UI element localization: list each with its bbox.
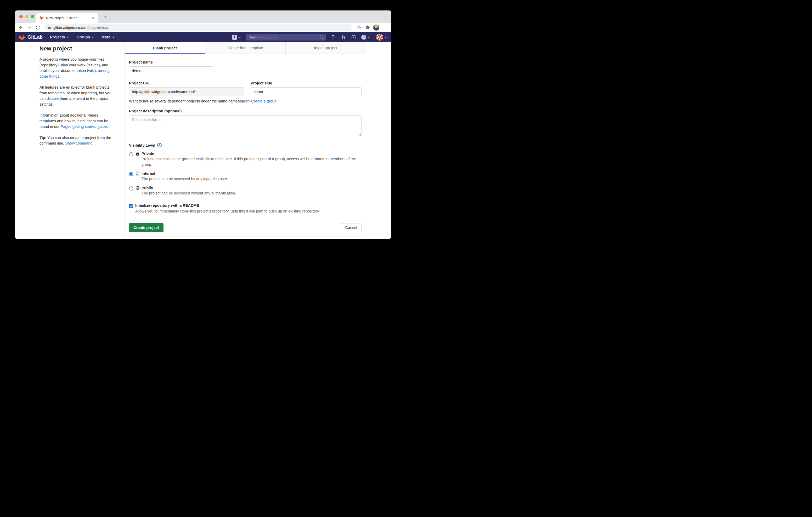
back-button[interactable] (17, 24, 25, 31)
browser-tab[interactable]: New Project · GitLab ✕ (36, 13, 98, 23)
nav-menu-groups[interactable]: Groups (77, 35, 94, 39)
new-project-card: Blank project Create from template Impor… (124, 42, 366, 237)
url-text: gitlab.widgetcorp.tech/projects/new (53, 26, 108, 30)
option-body: Public The project can be accessed witho… (136, 186, 236, 196)
url-path: /projects/new (88, 26, 109, 30)
close-window-button[interactable] (19, 15, 23, 18)
visibility-level-label: Visibility Level (129, 143, 155, 147)
visibility-help-icon[interactable]: ? (157, 143, 162, 147)
sidebar-tip: Tip: You can also create a project from … (39, 135, 113, 146)
lock-icon (136, 152, 140, 156)
project-description-label: Project description (optional) (129, 109, 361, 113)
help-menu[interactable]: ? (361, 35, 370, 40)
search-input[interactable] (249, 35, 319, 39)
visibility-option-private[interactable]: Private Project access must be granted e… (129, 152, 361, 167)
extensions-button[interactable] (364, 24, 371, 31)
readme-checkbox[interactable] (129, 204, 133, 208)
minimize-window-button[interactable] (25, 15, 29, 18)
page-content: New project A project is where you house… (14, 42, 392, 239)
paragraph-text: . (107, 124, 108, 129)
back-arrow-icon (18, 25, 24, 30)
sidebar-paragraph: All features are enabled for blank proje… (39, 85, 113, 107)
visibility-option-internal[interactable]: Internal The project can be accessed by … (129, 172, 361, 182)
gitlab-wordmark: GitLab (27, 34, 42, 40)
kebab-menu-icon (383, 25, 387, 30)
option-body: Internal The project can be accessed by … (136, 172, 228, 182)
tab-create-from-template[interactable]: Create from template (205, 42, 285, 54)
gitlab-home-link[interactable]: GitLab (19, 34, 42, 40)
visibility-level-header: Visibility Level ? (129, 143, 361, 147)
zoom-window-button[interactable] (31, 15, 34, 18)
create-a-group-link[interactable]: Create a group. (251, 99, 278, 103)
chevron-down-icon (92, 36, 94, 38)
puzzle-icon (365, 25, 370, 30)
user-menu[interactable] (376, 34, 387, 40)
project-slug-input[interactable] (251, 87, 361, 96)
chevron-down-icon (66, 36, 69, 38)
todos-icon[interactable] (351, 35, 356, 39)
tab-close-icon[interactable]: ✕ (92, 16, 95, 20)
project-slug-label: Project slug (251, 81, 361, 85)
project-name-input[interactable] (129, 66, 213, 75)
project-type-tabs: Blank project Create from template Impor… (125, 42, 366, 54)
global-search[interactable] (246, 34, 326, 40)
browser-tabstrip: New Project · GitLab ✕ + (14, 10, 392, 23)
paragraph-text: . (59, 74, 60, 79)
navbar-menus: Projects Groups More (50, 35, 115, 39)
option-description: Project access must be granted explicitl… (142, 156, 361, 167)
navbar-icon-group: ? (331, 34, 387, 40)
option-body: Private Project access must be granted e… (136, 152, 361, 167)
address-bar[interactable]: gitlab.widgetcorp.tech/projects/new (45, 24, 352, 31)
internal-radio[interactable] (129, 172, 133, 176)
browser-window: New Project · GitLab ✕ + gitlab.widgetco… (14, 10, 392, 239)
readme-label: Initialize repository with a README (135, 203, 320, 208)
browser-menu-button[interactable] (381, 24, 389, 31)
show-command-link[interactable]: Show command (65, 141, 92, 145)
issues-icon[interactable] (331, 35, 336, 39)
gitlab-favicon-icon (39, 16, 44, 20)
option-name: Public (142, 186, 153, 190)
shield-icon (136, 172, 140, 176)
public-radio[interactable] (129, 186, 133, 190)
nav-menu-label: Projects (50, 35, 65, 39)
create-project-button[interactable]: Create project (129, 223, 164, 232)
tab-import-project[interactable]: Import project (285, 42, 366, 54)
initialize-readme-option[interactable]: Initialize repository with a README Allo… (129, 203, 361, 213)
option-name: Private (142, 152, 154, 156)
namespace-hint: Want to house several dependent projects… (129, 99, 361, 103)
url-host: gitlab.widgetcorp.tech (53, 26, 88, 30)
gitlab-logo-icon (19, 34, 25, 40)
nav-menu-label: Groups (77, 35, 90, 39)
pages-guide-link[interactable]: Pages getting started guide (61, 124, 107, 129)
merge-requests-icon[interactable] (341, 35, 346, 39)
globe-icon (136, 186, 140, 190)
hint-text: Want to house several dependent projects… (129, 99, 251, 103)
refresh-button[interactable] (34, 24, 41, 31)
forward-arrow-icon (27, 25, 32, 30)
nav-menu-more[interactable]: More (102, 35, 115, 39)
browser-profile-avatar[interactable] (373, 24, 379, 31)
checkbox-body: Initialize repository with a README Allo… (135, 203, 320, 213)
refresh-icon (35, 25, 40, 30)
visibility-option-public[interactable]: Public The project can be accessed witho… (129, 186, 361, 196)
nav-menu-projects[interactable]: Projects (50, 35, 69, 39)
tab-title: New Project · GitLab (46, 16, 89, 20)
plus-square-icon: + (232, 35, 237, 40)
tab-blank-project[interactable]: Blank project (125, 42, 205, 54)
new-tab-button[interactable]: + (102, 13, 109, 21)
project-url-input[interactable] (129, 87, 244, 96)
cancel-button[interactable]: Cancel (341, 223, 361, 232)
new-item-menu[interactable]: + (232, 35, 241, 40)
project-description-textarea[interactable] (129, 115, 361, 136)
project-url-label: Project URL (129, 81, 244, 85)
help-icon: ? (361, 35, 366, 40)
private-radio[interactable] (129, 152, 133, 156)
browser-toolbar: gitlab.widgetcorp.tech/projects/new (14, 23, 392, 32)
chevron-down-icon (239, 36, 241, 38)
chevron-down-icon (384, 36, 387, 38)
form-actions: Create project Cancel (129, 223, 361, 232)
project-name-label: Project name (129, 60, 361, 64)
forward-button[interactable] (26, 24, 33, 31)
chevron-down-icon (112, 36, 115, 38)
bookmark-button[interactable] (355, 24, 362, 31)
